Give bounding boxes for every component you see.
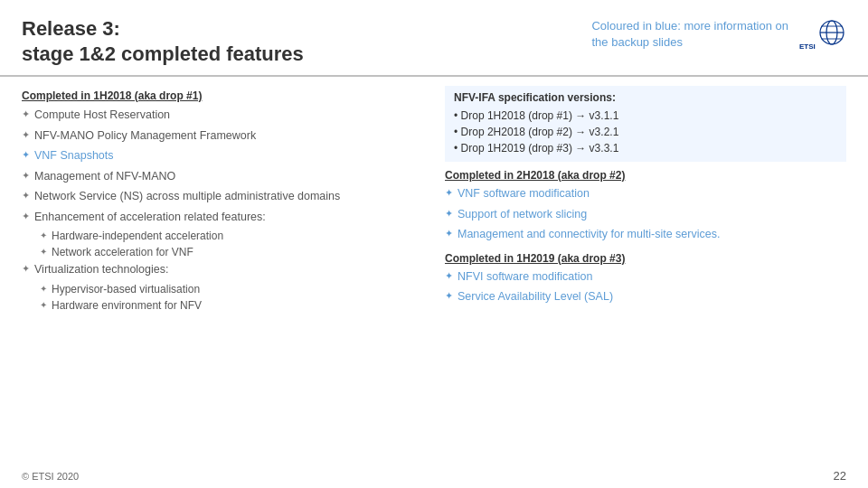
list-item: Drop 2H2018 (drop #2) → v3.2.1 xyxy=(454,124,837,140)
sub-item-text: Hardware-independent acceleration xyxy=(52,230,223,242)
arrow-icon: ✦ xyxy=(22,129,30,141)
list-item: ✦ NFV-MANO Policy Management Framework xyxy=(22,128,423,145)
sub-list-item: ✦ Hypervisor-based virtualisation xyxy=(40,283,423,296)
list-item: ✦ Compute Host Reservation xyxy=(22,108,423,124)
title-block: Release 3: stage 1&2 completed features xyxy=(22,16,304,66)
item-text: Management and connectivity for multi-si… xyxy=(458,227,846,243)
sub-list-item: ✦ Hardware-independent acceleration xyxy=(40,230,423,242)
sub-list-item: ✦ Hardware environment for NFV xyxy=(40,299,423,312)
etsi-logo-icon: ETSI xyxy=(797,16,846,52)
list-item: ✦ Management and connectivity for multi-… xyxy=(445,227,846,243)
list-item: ✦ VNF software modification xyxy=(445,186,846,202)
arrow-icon: ✦ xyxy=(22,108,30,120)
arrow-icon: ✦ xyxy=(40,284,47,294)
left-column: Completed in 1H2018 (aka drop #1) ✦ Comp… xyxy=(22,86,423,478)
list-item: Drop 1H2019 (drop #3) → v3.3.1 xyxy=(454,140,837,156)
nfv-ifa-title: NFV-IFA specification versions: xyxy=(454,91,837,104)
item-text: Enhancement of acceleration related feat… xyxy=(34,210,423,226)
item-text: Virtualization technologies: xyxy=(34,262,423,278)
item-text: Network Service (NS) across multiple adm… xyxy=(34,189,423,205)
list-item: ✦ Support of network slicing xyxy=(445,207,846,223)
arrow-icon: ✦ xyxy=(40,230,47,240)
item-text: VNF software modification xyxy=(458,186,846,202)
sub-item-text: Hypervisor-based virtualisation xyxy=(52,283,200,296)
list-item: Drop 1H2018 (drop #1) → v3.1.1 xyxy=(454,108,837,124)
header: Release 3: stage 1&2 completed features … xyxy=(0,0,868,77)
list-item: ✦ NFVI software modification xyxy=(445,269,846,286)
header-right: Coloured in blue: more information on th… xyxy=(591,16,846,52)
footer: © ETSI 2020 22 xyxy=(22,469,846,483)
item-text: Support of network slicing xyxy=(458,207,846,223)
copyright-text: © ETSI 2020 xyxy=(22,471,79,482)
item-text: NFV-MANO Policy Management Framework xyxy=(34,128,423,145)
arrow-icon: ✦ xyxy=(445,290,453,302)
arrow-icon: ✦ xyxy=(22,263,30,275)
sub-item-text: Hardware environment for NFV xyxy=(52,299,202,312)
list-item: ✦ Virtualization technologies: xyxy=(22,262,423,278)
arrow-icon: ✦ xyxy=(40,247,47,257)
section1-heading: Completed in 1H2018 (aka drop #1) xyxy=(22,89,423,102)
list-item: ✦ VNF Snapshots xyxy=(22,148,423,164)
page-title: Release 3: stage 1&2 completed features xyxy=(22,16,304,66)
nfv-ifa-box: NFV-IFA specification versions: Drop 1H2… xyxy=(445,86,846,162)
list-item: ✦ Service Availability Level (SAL) xyxy=(445,289,846,305)
list-item: ✦ Network Service (NS) across multiple a… xyxy=(22,189,423,205)
section3-heading: Completed in 1H2019 (aka drop #3) xyxy=(445,252,846,265)
page-number: 22 xyxy=(834,469,846,483)
arrow-icon: ✦ xyxy=(445,187,453,199)
item-text: Compute Host Reservation xyxy=(34,108,423,124)
sub-item-text: Network acceleration for VNF xyxy=(52,246,193,258)
arrow-icon: ✦ xyxy=(22,190,30,202)
nfv-ifa-list: Drop 1H2018 (drop #1) → v3.1.1 Drop 2H20… xyxy=(454,108,837,156)
arrow-icon: ✦ xyxy=(22,170,30,182)
main-content: Completed in 1H2018 (aka drop #1) ✦ Comp… xyxy=(0,77,868,483)
arrow-icon: ✦ xyxy=(445,228,453,239)
arrow-icon: ✦ xyxy=(445,208,453,220)
coloured-note: Coloured in blue: more information on th… xyxy=(591,18,788,51)
list-item: ✦ Enhancement of acceleration related fe… xyxy=(22,210,423,226)
item-text: NFVI software modification xyxy=(458,269,846,286)
arrow-icon: ✦ xyxy=(445,270,453,282)
item-text: Service Availability Level (SAL) xyxy=(458,289,846,305)
item-text: VNF Snapshots xyxy=(34,148,423,164)
sub-list-item: ✦ Network acceleration for VNF xyxy=(40,246,423,258)
arrow-icon: ✦ xyxy=(22,149,30,161)
arrow-icon: ✦ xyxy=(22,211,30,222)
svg-text:ETSI: ETSI xyxy=(799,42,816,51)
section2-heading: Completed in 2H2018 (aka drop #2) xyxy=(445,169,846,182)
right-column: NFV-IFA specification versions: Drop 1H2… xyxy=(445,86,846,478)
item-text: Management of NFV-MANO xyxy=(34,169,423,185)
arrow-icon: ✦ xyxy=(40,300,47,310)
list-item: ✦ Management of NFV-MANO xyxy=(22,169,423,185)
